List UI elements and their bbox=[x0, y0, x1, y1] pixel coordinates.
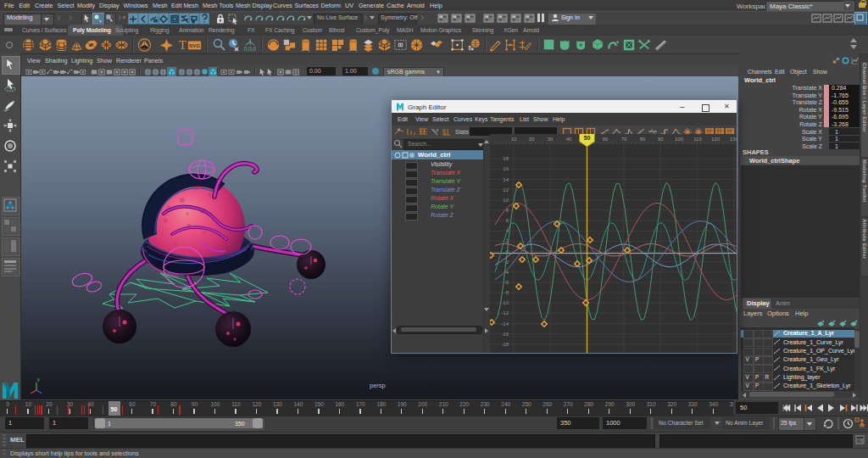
svg-text:-12: -12 bbox=[501, 310, 509, 316]
svg-text:80: 80 bbox=[640, 137, 646, 142]
svg-text:16: 16 bbox=[503, 166, 509, 171]
svg-text:20: 20 bbox=[529, 137, 535, 142]
svg-text:100: 100 bbox=[675, 137, 684, 142]
svg-text:-8: -8 bbox=[504, 290, 509, 295]
svg-text:30: 30 bbox=[548, 137, 554, 142]
svg-text:10: 10 bbox=[503, 198, 509, 203]
svg-text:0,0,0: 0,0,0 bbox=[244, 46, 257, 52]
svg-text:70: 70 bbox=[621, 137, 627, 142]
svg-text:SVG: SVG bbox=[189, 42, 200, 48]
svg-text:60: 60 bbox=[603, 137, 609, 142]
svg-text:40: 40 bbox=[566, 137, 572, 142]
svg-text:T: T bbox=[179, 38, 186, 52]
svg-text:persp: persp bbox=[370, 382, 386, 389]
svg-text:120: 120 bbox=[711, 137, 721, 142]
svg-text:-18: -18 bbox=[501, 342, 509, 347]
svg-text:130: 130 bbox=[730, 137, 737, 142]
svg-text:y: y bbox=[37, 377, 40, 382]
svg-text:-6: -6 bbox=[504, 280, 509, 285]
svg-text:18: 18 bbox=[503, 156, 509, 161]
svg-text:90: 90 bbox=[658, 137, 664, 142]
svg-text:-10: -10 bbox=[501, 300, 509, 305]
svg-text:110: 110 bbox=[693, 137, 702, 142]
svg-text:14: 14 bbox=[503, 177, 509, 182]
svg-text:50: 50 bbox=[584, 135, 591, 141]
svg-text:-14: -14 bbox=[501, 321, 509, 327]
svg-text:10: 10 bbox=[511, 137, 517, 142]
svg-text:12: 12 bbox=[503, 187, 509, 193]
svg-text:-16: -16 bbox=[501, 332, 509, 337]
